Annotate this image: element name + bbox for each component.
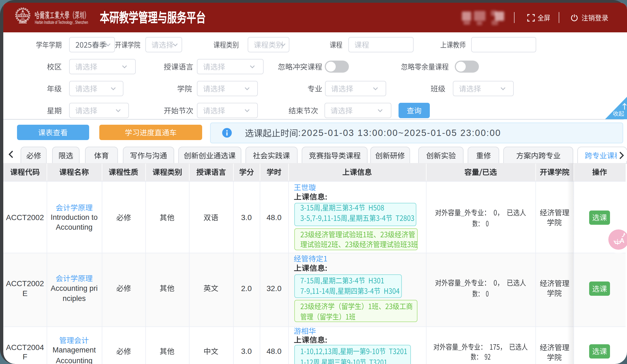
svg-text:Harbin Institute of Technology: Harbin Institute of Technology , Shenzhe… (35, 20, 88, 25)
svg-text:A: A (620, 237, 625, 244)
